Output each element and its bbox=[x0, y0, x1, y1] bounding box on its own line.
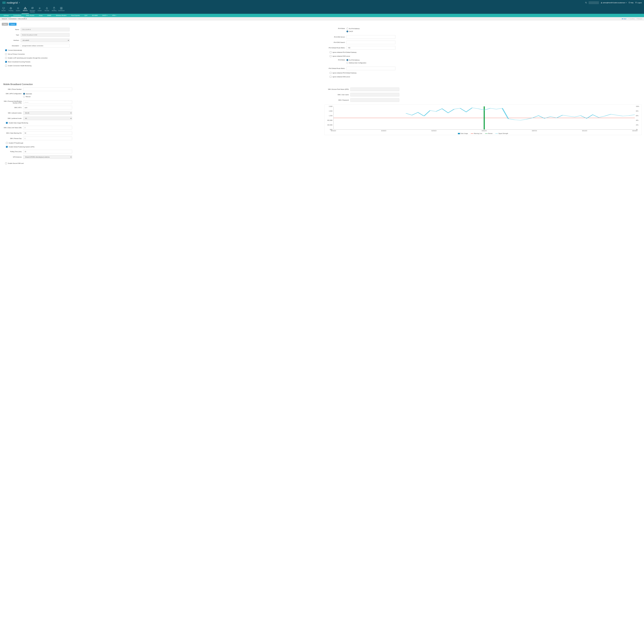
module-auditing[interactable]: Auditing bbox=[50, 6, 58, 14]
poll-field[interactable] bbox=[23, 150, 72, 153]
warning-field[interactable] bbox=[23, 131, 72, 135]
module-dashboard[interactable]: Dashboard bbox=[58, 6, 65, 14]
ignore-dns4-checkbox[interactable]: Ignore obtained DNS server bbox=[330, 55, 641, 57]
legend-data-usage: Data Usage bbox=[458, 133, 468, 134]
search-icon[interactable] bbox=[585, 2, 587, 4]
tab-hosts[interactable]: Hosts bbox=[37, 14, 45, 17]
module-cluster[interactable]: Cluster bbox=[36, 6, 43, 14]
tab-settings[interactable]: Settings bbox=[1, 14, 11, 17]
legend-signal-strength: Signal Strength bbox=[495, 133, 508, 134]
svg-rect-5 bbox=[3, 7, 5, 9]
confirm-button: ✓Confirm bbox=[628, 18, 635, 20]
ignore-gw6-checkbox[interactable]: Ignore obtained IPv6 Default Gateway bbox=[330, 72, 641, 74]
save-button[interactable]: Save bbox=[2, 23, 8, 26]
svg-rect-19 bbox=[60, 8, 61, 9]
module-network[interactable]: Network bbox=[22, 6, 29, 14]
apn-manual-radio[interactable]: Manual bbox=[23, 96, 319, 98]
interface-select[interactable]: cdc-wdm0 bbox=[21, 39, 70, 42]
type-field bbox=[21, 33, 70, 37]
svg-point-6 bbox=[10, 7, 12, 9]
module-tracking[interactable]: Tracking bbox=[7, 6, 14, 14]
svg-rect-11 bbox=[26, 9, 26, 9]
brand-logo: nodegrid® bbox=[2, 1, 20, 4]
tab-sd-wan[interactable]: SD-WAN bbox=[90, 14, 100, 17]
limit-field[interactable] bbox=[23, 126, 72, 129]
chevron-down-icon: ▾ bbox=[116, 15, 116, 16]
allowed-select[interactable]: 3G,4G bbox=[23, 111, 72, 115]
pin-field[interactable] bbox=[23, 100, 72, 104]
ipv4-dns-search-field[interactable] bbox=[346, 41, 395, 44]
module-access[interactable]: Access bbox=[0, 6, 7, 14]
passthrough-checkbox[interactable]: Enable IP Passthrough bbox=[6, 142, 319, 144]
ipv4-dns-label: IPv4 DNS Server: bbox=[325, 36, 346, 38]
ipv4-none-radio[interactable]: No IPv4 Address bbox=[346, 28, 641, 29]
description-field[interactable] bbox=[21, 44, 70, 48]
ipv4-metric-field[interactable] bbox=[346, 46, 395, 50]
ipv6-none-radio[interactable]: No IPv6 Address bbox=[346, 59, 641, 61]
data-monitor-checkbox[interactable]: Enable Data Usage Monitoring bbox=[6, 122, 319, 124]
ipv4-dhcp-radio[interactable]: DHCP bbox=[346, 31, 641, 32]
tab-qos[interactable]: QoS bbox=[82, 14, 90, 17]
health-monitor-checkbox[interactable]: Enable Connection Health Monitoring bbox=[5, 65, 319, 67]
tab-dhcp[interactable]: DHCP▾ bbox=[100, 14, 110, 17]
section-title: Mobile Broadband Connection bbox=[3, 83, 641, 86]
ipv4-dns-field[interactable] bbox=[346, 35, 395, 39]
second-sim-checkbox[interactable]: Enable Second SIM card bbox=[5, 162, 319, 164]
svg-rect-12 bbox=[32, 8, 33, 9]
logout-link[interactable]: Logout bbox=[635, 2, 642, 4]
logo-icon bbox=[2, 1, 6, 4]
tab-connections[interactable]: Connections bbox=[11, 14, 24, 17]
block-unsolicited-checkbox[interactable]: Block Unsolicited Incoming Packets bbox=[5, 61, 319, 63]
module-system[interactable]: System bbox=[14, 6, 22, 14]
tab-wireless-modem[interactable]: Wireless Modem bbox=[54, 14, 69, 17]
ignore-dns6-checkbox[interactable]: Ignore obtained DNS server bbox=[330, 76, 641, 78]
user-menu[interactable]: admin@HiveSR-Dublin.localdomain ▼ bbox=[601, 2, 627, 4]
allowed-label: SIM-1 allowed modes: bbox=[3, 112, 23, 114]
apn-name-label: SIM-1 Access Point Name (APN): bbox=[325, 88, 350, 90]
svg-rect-13 bbox=[32, 7, 33, 8]
search-input[interactable] bbox=[589, 1, 599, 4]
warning-label: SIM-1 Data Warning (%): bbox=[3, 132, 23, 134]
dashboard-icon bbox=[60, 7, 63, 10]
lldp-checkbox[interactable]: Enable LLDP advertising and reception th… bbox=[5, 57, 319, 59]
ipv6-metric-field[interactable] bbox=[346, 67, 395, 70]
mtu-label: SIM-1 MTU: bbox=[3, 107, 23, 108]
renew-field[interactable] bbox=[23, 137, 72, 140]
interface-label: Interface: bbox=[3, 40, 21, 41]
module-security[interactable]: Security bbox=[43, 6, 50, 14]
gear-icon bbox=[17, 7, 19, 10]
antenna-select[interactable]: Shared GPS/Rx diversity(aux) antenna bbox=[23, 155, 72, 159]
svg-point-7 bbox=[10, 8, 11, 9]
legend-warning-line: Warning Line bbox=[471, 133, 482, 134]
play-icon: ▶ bbox=[622, 18, 623, 20]
chevron-down-icon: ▾ bbox=[107, 15, 107, 16]
help-link[interactable]: ? Help bbox=[629, 2, 634, 4]
legend-renew: Renew bbox=[485, 133, 493, 134]
svg-rect-14 bbox=[46, 8, 48, 9]
limit-label: SIM-1 Data Limit Value (GB): bbox=[3, 127, 23, 128]
module-managed-devices[interactable]: Managed Devices bbox=[29, 6, 36, 14]
tab-vpn[interactable]: VPN▾ bbox=[110, 14, 118, 17]
ignore-gw4-checkbox[interactable]: Ignore obtained IPv4 Default Gateway bbox=[330, 51, 641, 53]
name-field bbox=[21, 28, 70, 31]
network-icon bbox=[24, 7, 27, 10]
apn-auto-radio[interactable]: Automatic bbox=[23, 93, 319, 95]
tab-flow-exporter[interactable]: Flow Exporter bbox=[69, 14, 82, 17]
apn-cfg-label: SIM-1 APN Configuration: bbox=[3, 93, 23, 94]
tab-snmp[interactable]: SNMP bbox=[45, 14, 54, 17]
gps-checkbox[interactable]: Enable Global Positioning System (GPS) bbox=[6, 146, 319, 148]
start-button[interactable]: ▶Start bbox=[622, 18, 626, 20]
svg-point-0 bbox=[585, 2, 586, 3]
mtu-field[interactable] bbox=[23, 106, 72, 109]
phone-field[interactable] bbox=[23, 87, 72, 91]
primary-checkbox[interactable]: Set as Primary Connection bbox=[5, 53, 319, 55]
brand-name: nodegrid bbox=[7, 1, 18, 4]
preferred-select[interactable]: 4G bbox=[23, 117, 72, 120]
cancel-button[interactable]: Cancel bbox=[9, 23, 16, 26]
target-icon bbox=[10, 7, 12, 10]
tab-static-routes[interactable]: Static Routes bbox=[24, 14, 37, 17]
renew-label: SIM-1 Renew Day: bbox=[3, 138, 23, 139]
svg-rect-15 bbox=[53, 7, 55, 9]
connect-auto-checkbox[interactable]: Connect Automatically bbox=[5, 49, 319, 51]
ipv6-auto-radio[interactable]: Address Auto Configuration bbox=[346, 62, 641, 64]
